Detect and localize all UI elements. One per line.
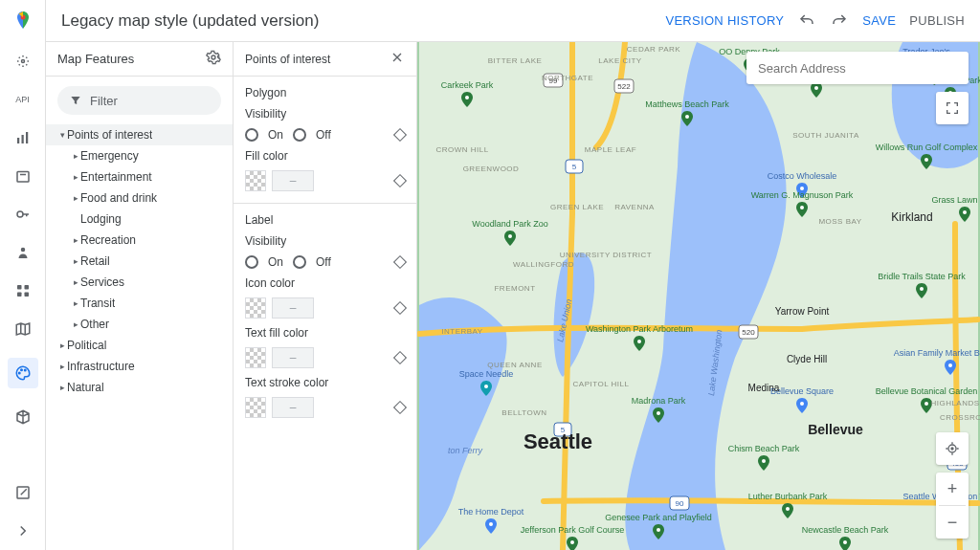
search-address-box[interactable] [746, 52, 969, 84]
nav-metrics-icon[interactable] [13, 128, 33, 147]
city-label: Medina [748, 383, 780, 393]
tree-item-label: Political [67, 339, 106, 352]
nav-library-icon[interactable] [13, 166, 33, 186]
poi-label: Asian Family Market Bellevue [894, 348, 980, 358]
style-sections: PolygonVisibilityOnOffFill color–LabelVi… [234, 77, 416, 429]
undo-icon[interactable] [797, 11, 816, 31]
tree-poi-transit[interactable]: ▸Transit [46, 293, 233, 314]
radio-off[interactable] [293, 128, 306, 142]
svg-point-51 [948, 363, 952, 367]
tree-natural[interactable]: ▸Natural [46, 377, 233, 398]
gear-icon[interactable] [206, 50, 221, 68]
radio-on[interactable] [245, 255, 258, 269]
nav-people-icon[interactable] [13, 243, 33, 262]
publish-button[interactable]: PUBLISH [909, 13, 965, 28]
poi-label: Space Needle [459, 369, 514, 379]
save-button[interactable]: SAVE [862, 13, 896, 28]
nav-api-icon[interactable]: API [13, 90, 33, 109]
neighborhood-label: RAVENNA [614, 203, 655, 211]
map-controls: + − [936, 432, 969, 539]
tree-item-label: Recreation [80, 233, 136, 247]
tree-poi-other[interactable]: ▸Other [46, 314, 233, 335]
version-history-link[interactable]: VERSION HISTORY [665, 13, 784, 28]
inherit-icon[interactable] [393, 255, 407, 269]
svg-text:520: 520 [742, 328, 755, 337]
inherit-icon[interactable] [393, 351, 407, 364]
poi-label: Luther Burbank Park [748, 492, 828, 501]
features-header: Map Features [46, 42, 233, 77]
zoom-in-button[interactable]: + [936, 473, 969, 505]
nav-compose-icon[interactable] [13, 483, 33, 502]
fullscreen-button[interactable] [936, 92, 969, 124]
nav-credentials-icon[interactable] [13, 205, 33, 224]
poi-label: The Home Depot [458, 507, 524, 517]
svg-point-34 [508, 234, 512, 238]
svg-point-39 [657, 411, 660, 415]
neighborhood-label: INTERBAY [441, 327, 483, 336]
svg-point-50 [963, 210, 967, 214]
tree-poi-services[interactable]: ▸Services [46, 272, 233, 293]
svg-rect-10 [17, 293, 22, 297]
nav-3d-icon[interactable] [13, 407, 33, 427]
nav-styles-icon[interactable] [8, 358, 38, 388]
neighborhood-label: HIGHLANDS [930, 399, 979, 407]
poi-label: Bellevue Botanical Garden [876, 386, 978, 396]
radio-on[interactable] [245, 128, 258, 142]
neighborhood-label: WALLINGFORD [513, 260, 574, 269]
color-value[interactable]: – [272, 170, 314, 191]
neighborhood-label: CEDAR PARK [627, 45, 681, 54]
inherit-icon[interactable] [393, 301, 407, 315]
tree-poi-lodging[interactable]: Lodging [46, 209, 233, 230]
svg-rect-9 [24, 285, 29, 290]
poi-label: Carkeek Park [441, 80, 494, 90]
inherit-icon[interactable] [393, 174, 407, 187]
svg-point-33 [465, 96, 469, 99]
svg-point-16 [212, 55, 215, 59]
nav-map-icon[interactable] [13, 319, 33, 339]
tree-poi-entertainment[interactable]: ▸Entertainment [46, 166, 233, 187]
my-location-button[interactable] [936, 432, 969, 465]
radio-off[interactable] [293, 255, 306, 269]
main-area: Legacy map style (updated version) VERSI… [46, 0, 980, 550]
search-address-input[interactable] [758, 61, 957, 76]
neighborhood-label: MAPLE LEAF [585, 145, 636, 154]
inherit-icon[interactable] [393, 401, 407, 414]
color-swatch[interactable] [245, 397, 266, 418]
close-icon[interactable] [390, 50, 405, 68]
tree-poi-emergency[interactable]: ▸Emergency [46, 145, 233, 166]
poi-label: Grass Lawn Park [931, 195, 980, 205]
color-value[interactable]: – [272, 397, 314, 418]
tree-infrastructure[interactable]: ▸Infrastructure [46, 356, 233, 377]
neighborhood-label: CROWN HILL [435, 145, 488, 154]
svg-point-57 [800, 402, 804, 406]
nav-apps-icon[interactable] [13, 281, 33, 300]
svg-rect-2 [17, 138, 19, 143]
svg-point-12 [18, 372, 20, 374]
tree-poi-recreation[interactable]: ▸Recreation [46, 230, 233, 251]
color-swatch[interactable] [245, 297, 266, 319]
tree-poi[interactable]: ▾Points of interest [46, 124, 233, 145]
color-swatch[interactable] [245, 170, 266, 191]
redo-icon[interactable] [830, 11, 849, 31]
map-svg: 5 5 522 520 90 405 99 BITTER LAKELAKE CI… [417, 42, 980, 550]
nav-home-icon[interactable] [13, 52, 33, 71]
field-label: Visibility [245, 107, 405, 121]
nav-expand-icon[interactable] [13, 521, 33, 540]
color-value[interactable]: – [272, 347, 314, 368]
map-preview[interactable]: 5 5 522 520 90 405 99 BITTER LAKELAKE CI… [417, 42, 980, 550]
tree-political[interactable]: ▸Political [46, 335, 233, 356]
filter-placeholder: Filter [90, 94, 118, 108]
tree-poi-food-and-drink[interactable]: ▸Food and drink [46, 187, 233, 209]
tree-poi-retail[interactable]: ▸Retail [46, 251, 233, 272]
field-label: Text fill color [245, 326, 405, 340]
svg-point-53 [786, 507, 790, 511]
color-value[interactable]: – [272, 297, 314, 319]
section-title: Polygon [245, 86, 405, 99]
color-swatch[interactable] [245, 347, 266, 368]
zoom-out-button[interactable]: − [936, 506, 969, 539]
map-features-panel: Map Features Filter ▾Points of interest▸… [46, 42, 234, 550]
neighborhood-label: QUEEN ANNE [487, 361, 542, 369]
color-row: – [245, 297, 405, 319]
inherit-icon[interactable] [393, 128, 407, 142]
filter-input[interactable]: Filter [57, 86, 221, 115]
